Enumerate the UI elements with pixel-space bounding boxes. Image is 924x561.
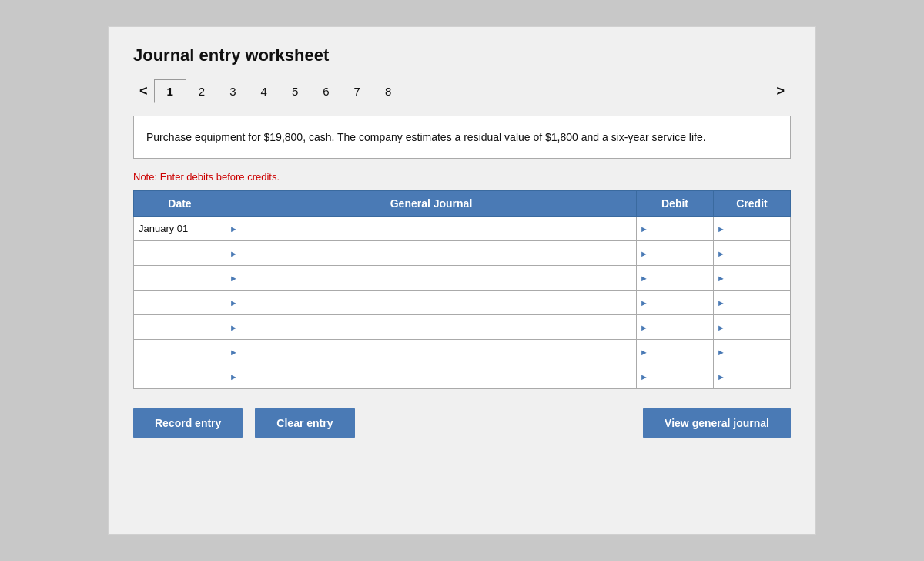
tab-5[interactable]: 5 — [280, 80, 310, 102]
table-row: ► ► ► — [134, 340, 791, 364]
debit-cell-1[interactable]: ► — [637, 217, 714, 241]
journal-cell-1[interactable]: ► — [226, 217, 637, 241]
tab-3[interactable]: 3 — [217, 80, 248, 102]
credit-arrow-icon-4: ► — [717, 298, 725, 307]
debit-cell-4[interactable]: ► — [637, 291, 714, 315]
journal-cell-5[interactable]: ► — [226, 315, 637, 340]
buttons-row: Record entry Clear entry View general jo… — [133, 408, 791, 438]
tab-navigation: < 1 2 3 4 5 6 7 8 > — [133, 79, 791, 103]
header-journal: General Journal — [226, 191, 637, 217]
debit-input-1[interactable] — [640, 218, 710, 239]
journal-input-5[interactable] — [229, 317, 633, 338]
debit-arrow-icon-1: ► — [640, 224, 648, 233]
journal-input-2[interactable] — [229, 243, 633, 264]
cell-arrow-icon: ► — [229, 224, 238, 233]
cell-arrow-icon: ► — [229, 298, 238, 307]
tab-8[interactable]: 8 — [373, 80, 403, 102]
debit-input-6[interactable] — [640, 341, 710, 362]
debit-arrow-icon-5: ► — [640, 323, 648, 332]
credit-arrow-icon-5: ► — [717, 323, 725, 332]
debit-arrow-icon-2: ► — [640, 249, 648, 258]
credit-input-5[interactable] — [717, 317, 787, 338]
worksheet-container: Journal entry worksheet < 1 2 3 4 5 6 7 … — [108, 26, 816, 535]
tab-7[interactable]: 7 — [342, 80, 373, 102]
tab-1[interactable]: 1 — [154, 79, 186, 103]
header-credit: Credit — [714, 191, 791, 217]
debit-cell-3[interactable]: ► — [637, 266, 714, 291]
description-text: Purchase equipment for $19,800, cash. Th… — [146, 131, 706, 143]
debit-cell-7[interactable]: ► — [637, 364, 714, 389]
credit-cell-2[interactable]: ► — [714, 241, 791, 266]
credit-cell-1[interactable]: ► — [714, 217, 791, 241]
table-row: ► ► ► — [134, 315, 791, 340]
debit-input-5[interactable] — [640, 317, 710, 338]
nav-next-arrow[interactable]: > — [770, 80, 791, 102]
journal-cell-2[interactable]: ► — [226, 241, 637, 266]
journal-cell-3[interactable]: ► — [226, 266, 637, 291]
clear-entry-button[interactable]: Clear entry — [255, 408, 354, 438]
table-row: ► ► ► — [134, 291, 791, 315]
journal-cell-7[interactable]: ► — [226, 364, 637, 389]
debit-arrow-icon-3: ► — [640, 274, 648, 283]
cell-arrow-icon: ► — [229, 372, 238, 381]
tab-2[interactable]: 2 — [186, 80, 217, 102]
debit-arrow-icon-7: ► — [640, 372, 648, 381]
date-cell-5 — [134, 315, 226, 340]
tab-6[interactable]: 6 — [310, 80, 341, 102]
tab-4[interactable]: 4 — [249, 80, 280, 102]
journal-input-7[interactable] — [229, 366, 633, 387]
description-box: Purchase equipment for $19,800, cash. Th… — [133, 116, 791, 159]
journal-input-3[interactable] — [229, 267, 633, 288]
journal-table: Date General Journal Debit Credit Januar… — [133, 190, 791, 389]
cell-arrow-icon: ► — [229, 249, 238, 258]
date-cell-4 — [134, 291, 226, 315]
credit-input-6[interactable] — [717, 341, 787, 362]
date-cell-2 — [134, 241, 226, 266]
journal-cell-4[interactable]: ► — [226, 291, 637, 315]
journal-cell-6[interactable]: ► — [226, 340, 637, 364]
credit-cell-7[interactable]: ► — [714, 364, 791, 389]
credit-input-3[interactable] — [717, 267, 787, 288]
debit-arrow-icon-6: ► — [640, 348, 648, 357]
view-general-journal-button[interactable]: View general journal — [643, 408, 791, 438]
credit-arrow-icon-2: ► — [717, 249, 725, 258]
credit-cell-3[interactable]: ► — [714, 266, 791, 291]
cell-arrow-icon: ► — [229, 274, 238, 283]
credit-arrow-icon-6: ► — [717, 348, 725, 357]
credit-cell-4[interactable]: ► — [714, 291, 791, 315]
debit-arrow-icon-4: ► — [640, 298, 648, 307]
date-cell-7 — [134, 364, 226, 389]
table-row: ► ► ► — [134, 241, 791, 266]
debit-cell-6[interactable]: ► — [637, 340, 714, 364]
cell-arrow-icon: ► — [229, 323, 238, 332]
journal-input-6[interactable] — [229, 341, 633, 362]
date-cell-3 — [134, 266, 226, 291]
credit-input-7[interactable] — [717, 366, 787, 387]
note-text: Note: Enter debits before credits. — [133, 171, 791, 183]
debit-input-4[interactable] — [640, 292, 710, 313]
date-cell-6 — [134, 340, 226, 364]
header-date: Date — [134, 191, 226, 217]
credit-input-4[interactable] — [717, 292, 787, 313]
journal-input-4[interactable] — [229, 292, 633, 313]
date-cell-1: January 01 — [134, 217, 226, 241]
table-row: January 01 ► ► ► — [134, 217, 791, 241]
debit-cell-2[interactable]: ► — [637, 241, 714, 266]
credit-cell-5[interactable]: ► — [714, 315, 791, 340]
credit-arrow-icon-7: ► — [717, 372, 725, 381]
cell-arrow-icon: ► — [229, 348, 238, 357]
table-row: ► ► ► — [134, 266, 791, 291]
credit-input-1[interactable] — [717, 218, 787, 239]
journal-input-1[interactable] — [229, 218, 633, 239]
nav-prev-arrow[interactable]: < — [133, 80, 154, 102]
debit-input-2[interactable] — [640, 243, 710, 264]
record-entry-button[interactable]: Record entry — [133, 408, 243, 438]
credit-input-2[interactable] — [717, 243, 787, 264]
credit-cell-6[interactable]: ► — [714, 340, 791, 364]
debit-input-3[interactable] — [640, 267, 710, 288]
debit-cell-5[interactable]: ► — [637, 315, 714, 340]
header-debit: Debit — [637, 191, 714, 217]
credit-arrow-icon-1: ► — [717, 224, 725, 233]
page-title: Journal entry worksheet — [133, 45, 791, 66]
debit-input-7[interactable] — [640, 366, 710, 387]
